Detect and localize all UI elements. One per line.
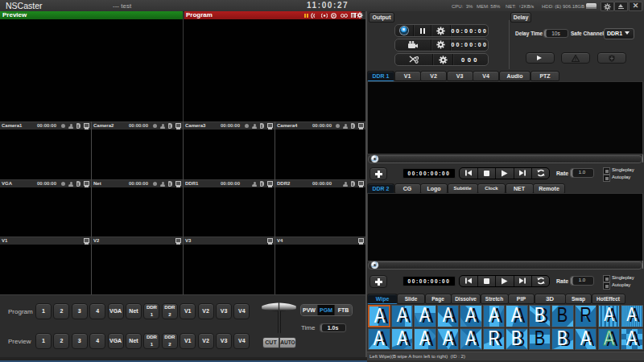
svg-text:A: A [442,305,453,327]
svg-text:B: B [535,305,546,327]
svg-text:B: B [557,305,568,327]
svg-text:A: A [465,305,477,327]
svg-text:R: R [580,305,592,327]
svg-text:A: A [603,328,614,350]
svg-text:A: A [419,305,431,327]
svg-text:B: B [557,328,568,350]
svg-text:A: A [604,305,614,326]
svg-text:A: A [580,328,592,350]
svg-text:A: A [374,328,385,350]
svg-text:B: B [511,328,522,350]
svg-text:R: R [488,328,500,350]
svg-text:A: A [465,328,477,350]
svg-text:A: A [396,328,407,350]
svg-text:A: A [511,305,522,327]
svg-text:A: A [489,305,500,327]
svg-text:A: A [442,328,453,350]
svg-text:A: A [626,305,637,326]
svg-text:A: A [396,305,407,327]
svg-text:A: A [626,328,638,350]
svg-text:A: A [419,328,431,350]
svg-text:A: A [374,306,386,327]
svg-text:B: B [535,328,546,350]
